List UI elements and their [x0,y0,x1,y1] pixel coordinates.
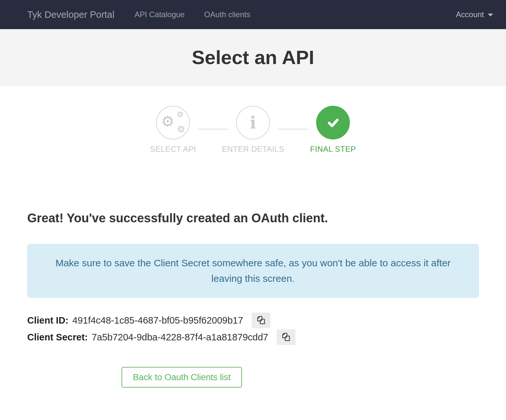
wizard-step-enter-details: i ENTER DETAILS [229,106,277,154]
info-icon: i [250,114,256,131]
wizard-step-select-api-circle: ⚙⚙⚙ [156,106,190,139]
wizard-step-select-api: ⚙⚙⚙ SELECT API [149,106,197,154]
wizard-connector [197,129,229,129]
navbar: Tyk Developer Portal API Catalogue OAuth… [0,0,506,29]
copy-icon [281,332,292,343]
client-secret-label: Client Secret: [27,332,88,343]
page-title: Select an API [192,46,314,69]
success-heading: Great! You've successfully created an OA… [27,211,479,225]
caret-down-icon [488,14,493,17]
check-icon [326,115,340,130]
wizard-step-enter-details-circle: i [236,106,270,139]
account-dropdown-label: Account [456,10,484,19]
main-content: Great! You've successfully created an OA… [0,211,506,388]
page-header-band: Select an API [0,29,506,86]
back-to-oauth-clients-button[interactable]: Back to Oauth Clients list [121,367,242,388]
client-secret-warning-alert: Make sure to save the Client Secret some… [27,244,479,298]
wizard-step-label: SELECT API [150,145,196,154]
client-secret-row: Client Secret: 7a5b7204-9dba-4228-87f4-a… [27,329,479,346]
client-id-value: 491f4c48-1c85-4687-bf05-b95f62009b17 [72,315,243,326]
copy-client-secret-button[interactable] [277,329,295,345]
client-id-label: Client ID: [27,315,68,326]
wizard-step-final: FINAL STEP [309,106,357,154]
wizard-step-final-circle [316,106,350,139]
nav-link-api-catalogue[interactable]: API Catalogue [134,10,185,19]
client-id-row: Client ID: 491f4c48-1c85-4687-bf05-b95f6… [27,312,479,329]
copy-icon [256,315,267,326]
wizard-step-label: ENTER DETAILS [222,145,284,154]
nav-link-oauth-clients[interactable]: OAuth clients [204,10,250,19]
account-dropdown[interactable]: Account [456,10,493,19]
wizard-step-label: FINAL STEP [310,145,356,154]
brand-title[interactable]: Tyk Developer Portal [27,9,114,20]
wizard-steps: ⚙⚙⚙ SELECT API i ENTER DETAILS FINAL STE… [0,106,506,154]
client-secret-value: 7a5b7204-9dba-4228-87f4-a1a81879cdd7 [92,332,268,343]
copy-client-id-button[interactable] [252,313,270,328]
gears-icon: ⚙⚙⚙ [161,112,185,133]
wizard-connector [277,129,309,129]
